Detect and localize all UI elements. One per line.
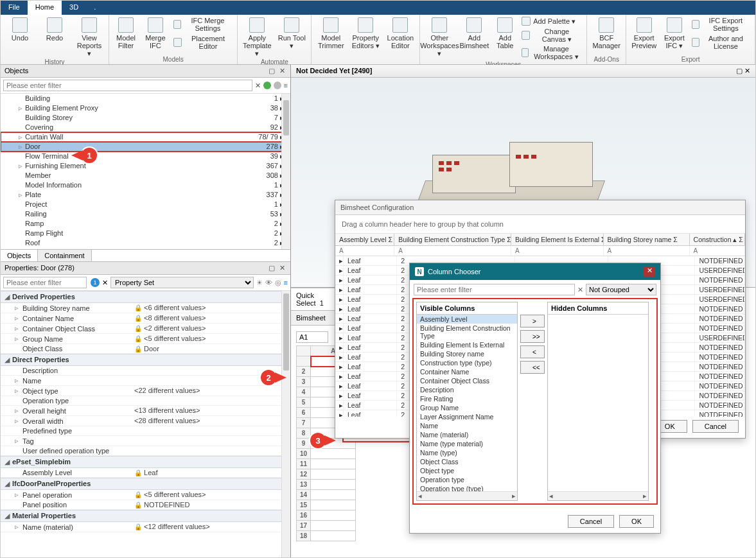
chooser-item[interactable]: Object Class [417,457,517,466]
property-row[interactable]: Operation type [1,396,290,406]
tree-item[interactable]: Covering92 ▸ [1,123,290,132]
chooser-item[interactable]: Layer Assignment Name [417,412,517,421]
chooser-item[interactable]: Container Name [417,367,517,376]
column-header[interactable]: Assembly Level Σ [335,234,394,245]
merge-ifc-button[interactable]: Merge IFC [143,16,168,51]
chooser-item[interactable]: Name (material) [417,430,517,439]
chooser-item[interactable]: Building Element Is External [417,340,517,349]
property-group[interactable]: ◢Derived Properties [1,291,290,303]
clear-icon[interactable]: ✕ [577,286,583,294]
tree-item[interactable]: ▹Door278 ▸ [1,142,290,152]
chooser-ok-button[interactable]: OK [619,515,654,528]
property-row[interactable]: ▹Overall height<13 different values> [1,406,290,416]
objects-filter-input[interactable] [3,80,252,91]
ifc-merge-settings[interactable]: IFC Merge Settings [172,16,233,33]
tree-item[interactable]: Project1 ▸ [1,200,290,209]
move-all-left-button[interactable]: << [520,361,545,374]
other-workspaces-button[interactable]: Other Workspaces ▾ [424,16,455,58]
config-filter-row[interactable]: AAAAA [335,246,745,256]
hscroll[interactable]: ◂▸ [548,491,648,500]
chooser-item[interactable]: Operation type (type) [417,484,517,491]
tab-dot[interactable]: . [86,1,103,15]
property-set-select[interactable]: Property Set [110,277,254,288]
chooser-item[interactable]: Container Object Class [417,376,517,385]
view-reports-button[interactable]: View Reports ▾ [74,16,105,58]
tab-home[interactable]: Home [28,1,62,15]
move-left-button[interactable]: < [520,345,545,358]
property-row[interactable]: ▹Name (material)🔒 <12 different values> [1,522,290,532]
tree-item[interactable]: Building1 ▸ [1,94,290,103]
column-header[interactable]: Building Element Is External Σ [511,234,604,245]
group-hint[interactable]: Drag a column header here to group by th… [335,215,745,234]
redo-button[interactable]: Redo [39,16,70,43]
tree-item[interactable]: Roof2 ▸ [1,238,290,248]
run-tool-button[interactable]: Run Tool ▾ [276,16,307,51]
apply-template-button[interactable]: Apply Template ▾ [242,16,272,58]
property-row[interactable]: Assembly Level🔒 Leaf [1,468,290,478]
model-filter-button[interactable]: Model Filter [113,16,139,51]
property-row[interactable]: ▹Tag [1,436,290,446]
author-license[interactable]: Author and License [690,34,751,51]
tree-item[interactable]: Model Information1 ▸ [1,180,290,190]
property-row[interactable]: ▹Container Name🔒 <8 different values> [1,313,290,324]
tree-item[interactable]: Building Storey7 ▸ [1,113,290,123]
add-icon[interactable] [263,82,271,89]
chooser-cancel-button[interactable]: Cancel [568,515,614,528]
property-row[interactable]: Predefined type [1,426,290,436]
chooser-filter-input[interactable] [414,284,575,295]
bcf-manager-button[interactable]: BCF Manager [591,16,622,51]
tree-item[interactable]: ▹Curtain Wall78/ 79 ▸ [1,132,290,142]
eye-icon[interactable]: 👁 [265,279,272,286]
model-trimmer-button[interactable]: Model Trimmer [315,16,346,51]
location-editor-button[interactable]: Location Editor [385,16,416,51]
panel-controls[interactable]: ▢ ✕ [736,67,750,75]
add-bimsheet-button[interactable]: Add Bimsheet [459,16,489,51]
menu-icon[interactable]: ≡ [284,279,288,286]
property-editors-button[interactable]: Property Editors ▾ [350,16,381,51]
property-row[interactable]: ▹Panel operation🔒 <5 different values> [1,490,290,500]
tree-item[interactable]: Flow Terminal39 ▸ [1,152,290,161]
chooser-item[interactable]: Name (type) [417,448,517,457]
tab-containment[interactable]: Containment [38,250,91,261]
property-group[interactable]: ◢Direct Properties [1,354,290,366]
panel-controls[interactable]: ▢ ✕ [268,264,286,272]
dot-icon[interactable] [274,82,281,89]
property-row[interactable]: Panel position🔒 NOTDEFINED [1,500,290,510]
chooser-title-bar[interactable]: NColumn Chooser ✕ [410,263,660,280]
property-row[interactable]: ▹Group Name🔒 <5 different values> [1,334,290,344]
config-columns[interactable]: Assembly Level ΣBuilding Element Constru… [335,234,745,246]
chooser-item[interactable]: Construction type (type) [417,358,517,367]
export-ifc-button[interactable]: Export IFC ▾ [662,16,687,51]
ifc-export-settings[interactable]: IFC Export Settings [690,16,751,33]
chooser-item[interactable]: Group Name [417,403,517,412]
chooser-item[interactable]: Name [417,421,517,430]
clear-icon[interactable]: ✕ [255,82,261,90]
hidden-columns-list[interactable]: Hidden Columns ◂▸ [547,302,649,501]
column-header[interactable]: Construction ▴ Σ [690,234,745,245]
tree-item[interactable]: Ramp2 ▸ [1,219,290,229]
chooser-item[interactable]: Object type [417,466,517,475]
grouping-select[interactable]: Not Grouped [586,284,656,295]
chooser-item[interactable]: Assembly Level [417,315,517,324]
undo-button[interactable]: Undo [4,16,35,43]
tab-file[interactable]: File [1,1,28,15]
tree-item[interactable]: ▹Building Element Proxy38 ▸ [1,103,290,113]
hscroll[interactable]: ◂▸ [417,491,517,500]
chooser-item[interactable]: Building Element Construction Type [417,324,517,340]
property-group[interactable]: ◢ePset_Simplebim [1,456,290,468]
panel-controls[interactable]: ▢ ✕ [268,67,286,75]
property-row[interactable]: Description [1,366,290,376]
change-canvas[interactable]: Change Canvas ▾ [520,27,583,44]
property-row[interactable]: ▹Building Storey name🔒 <6 different valu… [1,303,290,313]
tree-item[interactable]: Ramp Flight2 ▸ [1,229,290,238]
properties-filter-input[interactable] [3,277,87,288]
property-group[interactable]: ◢Material Properties [1,510,290,522]
property-row[interactable]: ▹Container Object Class🔒 <2 different va… [1,324,290,334]
cell-reference[interactable]: A1 [296,331,328,343]
property-row[interactable]: ▹Name [1,376,290,386]
property-row[interactable]: Object Class🔒 Door [1,344,290,354]
tree-item[interactable]: Member308 ▸ [1,171,290,180]
objects-tree[interactable]: Building1 ▸▹Building Element Proxy38 ▸Bu… [1,94,290,249]
chooser-item[interactable]: Operation type [417,475,517,484]
add-palette[interactable]: Add Palette ▾ [520,16,583,26]
